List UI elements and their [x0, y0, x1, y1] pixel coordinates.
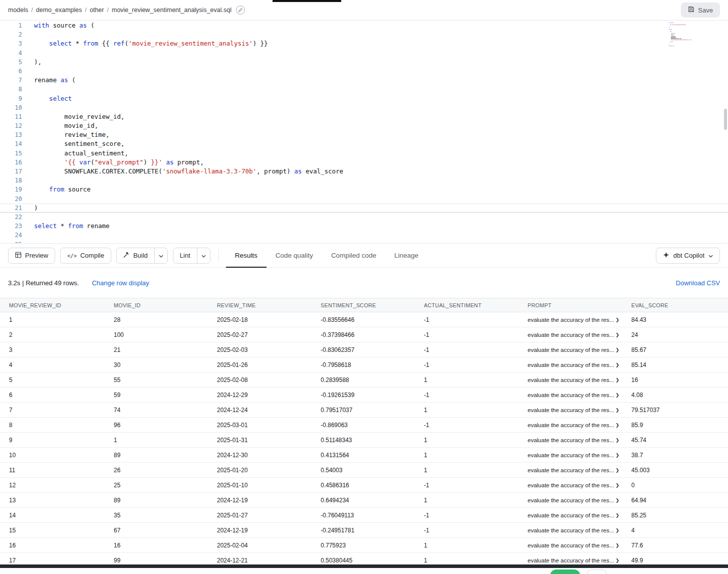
code-line[interactable]: 23select * from rename — [0, 222, 728, 231]
table-cell: 96 — [114, 422, 217, 429]
tab-lineage[interactable]: Lineage — [385, 244, 427, 267]
table-cell: evaluate the accuracy of the res...❯ — [528, 557, 631, 563]
code-line[interactable]: 19 from source — [0, 185, 728, 194]
prompt-expand-icon[interactable]: ❯ — [616, 393, 620, 398]
results-toolbar: Preview </> Compile Build Lint ResultsCo… — [0, 243, 728, 268]
code-line[interactable]: 18 — [0, 176, 728, 185]
table-row: 6592024-12-29-0.19261539-1evaluate the a… — [0, 388, 728, 403]
prompt-expand-icon[interactable]: ❯ — [616, 543, 620, 548]
tab-code-quality[interactable]: Code quality — [267, 244, 322, 267]
table-cell: 12 — [9, 482, 114, 489]
download-csv-link[interactable]: Download CSV — [676, 279, 720, 287]
code-line[interactable]: 10 — [0, 103, 728, 112]
build-button[interactable]: Build — [116, 248, 155, 264]
minimap-line — [669, 35, 715, 36]
compile-button[interactable]: </> Compile — [60, 248, 111, 264]
code-line[interactable]: 15 actual_sentiment, — [0, 149, 728, 158]
table-cell: 30 — [114, 361, 217, 368]
prompt-expand-icon[interactable]: ❯ — [616, 317, 620, 322]
code-line[interactable]: 9 select — [0, 94, 728, 103]
breadcrumb-segment[interactable]: demo_examples — [36, 7, 82, 14]
preview-button[interactable]: Preview — [8, 248, 55, 264]
code-text: actual_sentiment, — [34, 149, 128, 158]
table-cell: 4.08 — [631, 392, 728, 399]
table-row: 912025-01-310.511483431evaluate the accu… — [0, 433, 728, 448]
edit-indicator-icon[interactable] — [236, 6, 245, 15]
bottom-white-button[interactable] — [587, 569, 606, 574]
prompt-expand-icon[interactable]: ❯ — [616, 332, 620, 337]
lint-button[interactable]: Lint — [173, 248, 197, 264]
line-number: 2 — [0, 30, 22, 39]
table-cell: 0.4586316 — [321, 482, 424, 489]
bottom-green-button[interactable] — [550, 569, 580, 574]
table-cell: -0.869063 — [321, 422, 424, 429]
code-line[interactable]: 20 — [0, 195, 728, 204]
code-line[interactable]: 16 '{{ var("eval_prompt") }}' as prompt, — [0, 158, 728, 167]
code-text: movie_review_id, — [34, 112, 125, 121]
line-number: 3 — [0, 39, 22, 48]
table-cell: -0.83556646 — [321, 316, 424, 323]
table-cell: 2 — [9, 331, 114, 338]
table-cell: 35 — [114, 512, 217, 519]
prompt-cell-text: evaluate the accuracy of the res... — [528, 377, 614, 383]
editor-scrollbar[interactable] — [724, 109, 727, 130]
minimap-line — [669, 31, 715, 32]
prompt-cell-text: evaluate the accuracy of the res... — [528, 347, 614, 353]
code-line[interactable]: 24 — [0, 231, 728, 240]
code-line[interactable]: 21) — [0, 204, 728, 213]
code-line[interactable]: 14 sentiment_score, — [0, 139, 728, 148]
bottom-window-edge — [0, 564, 728, 568]
prompt-expand-icon[interactable]: ❯ — [616, 528, 620, 533]
code-line[interactable]: 1with source as ( — [0, 21, 728, 30]
table-cell: 2025-02-08 — [217, 376, 321, 384]
table-cell: 2024-12-19 — [217, 527, 321, 534]
breadcrumb-segment[interactable]: other — [90, 7, 104, 14]
minimap[interactable] — [669, 23, 715, 49]
code-line[interactable]: 3 select * from {{ ref('movie_review_sen… — [0, 39, 728, 48]
prompt-expand-icon[interactable]: ❯ — [616, 483, 620, 488]
prompt-expand-icon[interactable]: ❯ — [616, 438, 620, 443]
prompt-expand-icon[interactable]: ❯ — [616, 498, 620, 503]
code-line[interactable]: 17 SNOWFLAKE.CORTEX.COMPLETE('snowflake-… — [0, 167, 728, 176]
table-cell: 84.43 — [631, 316, 728, 323]
code-line[interactable]: 22 — [0, 213, 728, 222]
tab-compiled-code[interactable]: Compiled code — [322, 244, 385, 267]
line-number: 21 — [0, 204, 22, 213]
line-number: 23 — [0, 222, 22, 231]
prompt-expand-icon[interactable]: ❯ — [616, 558, 620, 563]
prompt-expand-icon[interactable]: ❯ — [616, 362, 620, 367]
prompt-expand-icon[interactable]: ❯ — [616, 453, 620, 458]
code-line[interactable]: 8 — [0, 85, 728, 94]
breadcrumb-separator: / — [85, 7, 87, 14]
code-line[interactable]: 6 — [0, 67, 728, 76]
prompt-expand-icon[interactable]: ❯ — [616, 347, 620, 352]
code-line[interactable]: 2 — [0, 30, 728, 39]
minimap-line — [669, 30, 715, 31]
change-row-display-link[interactable]: Change row display — [92, 279, 149, 287]
table-cell: 16 — [9, 542, 114, 549]
prompt-expand-icon[interactable]: ❯ — [616, 468, 620, 473]
prompt-expand-icon[interactable]: ❯ — [616, 423, 620, 428]
table-cell: -1 — [424, 361, 528, 368]
prompt-expand-icon[interactable]: ❯ — [616, 377, 620, 382]
save-button[interactable]: Save — [681, 3, 720, 18]
code-editor[interactable]: 1with source as (23 select * from {{ ref… — [0, 21, 728, 243]
line-number: 13 — [0, 130, 22, 139]
table-cell: 0.54003 — [321, 467, 424, 474]
breadcrumb-segment[interactable]: models — [8, 7, 28, 14]
prompt-expand-icon[interactable]: ❯ — [616, 513, 620, 518]
lint-dropdown-button[interactable] — [197, 248, 210, 264]
build-dropdown-button[interactable] — [154, 248, 168, 264]
table-cell: evaluate the accuracy of the res...❯ — [528, 377, 631, 383]
code-line[interactable]: 4 — [0, 49, 728, 58]
table-cell: 2024-12-24 — [217, 407, 321, 414]
tab-results[interactable]: Results — [226, 244, 267, 267]
code-line[interactable]: 12 movie_id, — [0, 121, 728, 130]
code-line[interactable]: 7rename as ( — [0, 76, 728, 85]
dbt-copilot-button[interactable]: dbt Copilot — [656, 248, 720, 264]
code-line[interactable]: 11 movie_review_id, — [0, 112, 728, 121]
prompt-expand-icon[interactable]: ❯ — [616, 408, 620, 413]
code-line[interactable]: 13 review_time, — [0, 130, 728, 139]
code-line[interactable]: 5), — [0, 58, 728, 67]
table-cell: 45.74 — [631, 437, 728, 444]
